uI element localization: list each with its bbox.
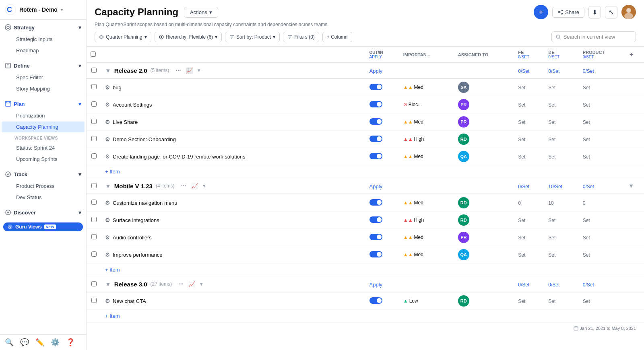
item-be-cell[interactable]: Set <box>544 131 579 148</box>
item-product-val[interactable]: Set <box>583 102 590 108</box>
group-checkbox-0[interactable] <box>91 68 97 73</box>
item-product-val[interactable]: Set <box>583 85 590 91</box>
filters-button[interactable]: Filters (0) <box>283 32 319 42</box>
item-toggle[interactable] <box>369 251 382 257</box>
sort-button[interactable]: Sort by: Product ▾ <box>225 32 280 42</box>
group-expand-cell[interactable] <box>625 276 644 292</box>
group-collapse-icon[interactable]: ▾ <box>200 281 202 287</box>
sidebar-item-strategic-inputs[interactable]: Strategic Inputs <box>2 34 85 45</box>
item-toggle-cell[interactable] <box>365 246 399 264</box>
item-fe-val[interactable]: Set <box>518 299 525 304</box>
add-button[interactable]: + <box>534 5 548 19</box>
app-header[interactable]: C Rotem - Demo ▾ <box>0 0 86 20</box>
sidebar-item-story-mapping[interactable]: Story Mapping <box>2 83 85 94</box>
item-fe-cell[interactable]: Set <box>514 246 544 264</box>
discover-section-header[interactable]: Discover ▾ <box>0 206 86 218</box>
group-collapse-icon[interactable]: ▾ <box>198 68 200 73</box>
item-toggle-cell[interactable] <box>365 78 399 96</box>
item-toggle-cell[interactable] <box>365 148 399 165</box>
add-column-icon[interactable]: + <box>630 51 633 58</box>
column-button[interactable]: + Column <box>322 32 352 42</box>
toggle-track[interactable] <box>369 101 382 107</box>
search-input[interactable] <box>564 34 632 40</box>
chat-bottom-icon[interactable]: 💬 <box>20 338 29 347</box>
define-section-header[interactable]: Define ▾ <box>0 60 86 72</box>
settings-bottom-icon[interactable]: ⚙️ <box>51 338 60 347</box>
item-be-cell[interactable]: 10 <box>544 194 579 212</box>
item-product-val[interactable]: Set <box>583 137 590 142</box>
add-item-row-0[interactable]: + Item <box>87 165 644 178</box>
item-fe-cell[interactable]: Set <box>514 212 544 229</box>
item-be-val[interactable]: Set <box>548 102 555 108</box>
search-bottom-icon[interactable]: 🔍 <box>5 338 14 347</box>
item-be-cell[interactable]: Set <box>544 292 579 310</box>
item-be-val[interactable]: Set <box>548 218 555 223</box>
strategy-section-header[interactable]: Strategy ▾ <box>0 21 86 33</box>
toggle-track[interactable] <box>369 153 382 159</box>
item-fe-val[interactable]: Set <box>518 154 525 160</box>
group-apply-link[interactable]: Apply <box>369 68 383 74</box>
item-product-cell[interactable]: 0 <box>579 194 625 212</box>
item-be-val[interactable]: 10 <box>548 200 553 206</box>
item-product-cell[interactable]: Set <box>579 113 625 131</box>
add-item-cell[interactable]: + Item <box>101 310 644 323</box>
item-product-cell[interactable]: Set <box>579 292 625 310</box>
item-fe-val[interactable]: Set <box>518 252 525 258</box>
item-toggle[interactable] <box>369 118 382 125</box>
item-toggle-cell[interactable] <box>365 194 399 212</box>
item-toggle[interactable] <box>369 216 382 223</box>
guru-views-button[interactable]: G Guru Views NEW <box>3 222 83 231</box>
item-product-cell[interactable]: Set <box>579 131 625 148</box>
item-fe-cell[interactable]: 0 <box>514 194 544 212</box>
item-toggle[interactable] <box>369 153 382 159</box>
item-checkbox-0-0[interactable] <box>91 84 97 89</box>
track-section-header[interactable]: Track ▾ <box>0 168 86 180</box>
item-product-val[interactable]: Set <box>583 299 590 304</box>
item-be-val[interactable]: Set <box>548 154 555 160</box>
sidebar-item-spec-editor[interactable]: Spec Editor <box>2 72 85 83</box>
toggle-track[interactable] <box>369 216 382 223</box>
edit-bottom-icon[interactable]: ✏️ <box>35 338 44 347</box>
item-fe-val[interactable]: Set <box>518 218 525 223</box>
item-fe-val[interactable]: 0 <box>518 200 521 206</box>
item-fe-val[interactable]: Set <box>518 137 525 142</box>
item-toggle[interactable] <box>369 297 382 304</box>
item-product-val[interactable]: Set <box>583 154 590 160</box>
item-be-val[interactable]: Set <box>548 252 555 258</box>
group-expand-icon[interactable]: ▼ <box>105 281 111 288</box>
item-fe-cell[interactable]: Set <box>514 131 544 148</box>
item-toggle-cell[interactable] <box>365 292 399 310</box>
th-product-sub[interactable]: 0/Set <box>583 55 621 59</box>
expand-button[interactable]: ⤡ <box>605 6 617 19</box>
sidebar-item-dev-status[interactable]: Dev Status <box>2 192 85 203</box>
toggle-track[interactable] <box>369 84 382 90</box>
group-dots-icon[interactable]: ··· <box>178 280 184 288</box>
item-toggle[interactable] <box>369 234 382 240</box>
item-be-val[interactable]: Set <box>548 235 555 241</box>
item-checkbox-0-2[interactable] <box>91 119 97 124</box>
group-expand-cell[interactable] <box>625 63 644 79</box>
item-checkbox-2-0[interactable] <box>91 298 97 303</box>
item-fe-cell[interactable]: Set <box>514 292 544 310</box>
group-chart-icon[interactable]: 📈 <box>188 281 195 287</box>
group-expand-cell[interactable]: ▾ <box>625 178 644 194</box>
group-dots-icon[interactable]: ··· <box>181 182 186 189</box>
group-checkbox-2[interactable] <box>91 281 97 286</box>
item-toggle-cell[interactable] <box>365 229 399 246</box>
item-be-val[interactable]: Set <box>548 85 555 91</box>
plan-section-header[interactable]: Plan ▾ <box>0 98 86 110</box>
toggle-track[interactable] <box>369 251 382 257</box>
share-button[interactable]: Share <box>552 7 584 18</box>
item-product-val[interactable]: Set <box>583 218 590 223</box>
item-product-cell[interactable]: Set <box>579 246 625 264</box>
group-chart-icon[interactable]: 📈 <box>191 183 198 189</box>
sidebar-item-product-process[interactable]: Product Process <box>2 181 85 191</box>
item-be-val[interactable]: Set <box>548 299 555 304</box>
item-fe-cell[interactable]: Set <box>514 96 544 113</box>
item-be-cell[interactable]: Set <box>544 229 579 246</box>
item-product-cell[interactable]: Set <box>579 212 625 229</box>
actions-button[interactable]: Actions ▾ <box>184 7 218 18</box>
sidebar-item-capacity-planning[interactable]: Capacity Planning <box>2 121 85 132</box>
item-product-val[interactable]: Set <box>583 252 590 258</box>
help-bottom-icon[interactable]: ❓ <box>66 338 75 347</box>
